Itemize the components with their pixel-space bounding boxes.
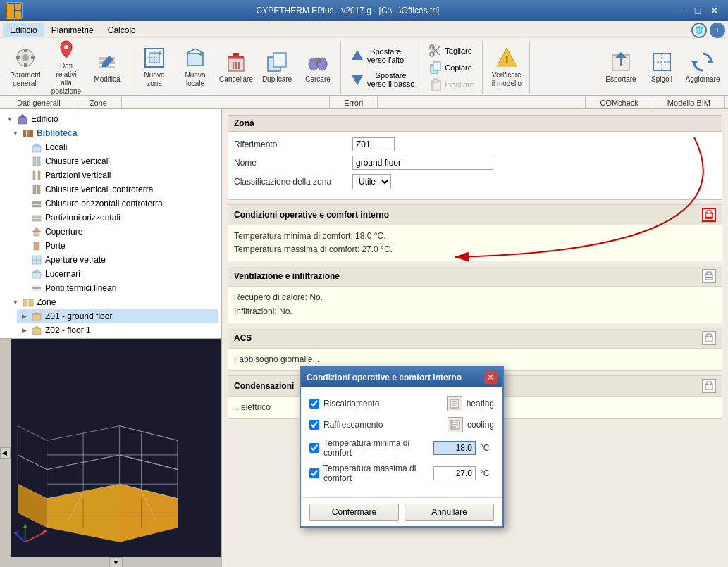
svg-rect-10 — [31, 56, 35, 59]
close-button[interactable]: ✕ — [707, 3, 722, 18]
parametri-label: Parametrigenerali — [10, 71, 40, 88]
tagliare-button[interactable]: Tagliare — [424, 43, 479, 58]
nuova-zona-button[interactable]: + Nuovazona — [135, 44, 174, 92]
minimize-button[interactable]: ─ — [673, 3, 689, 18]
dialog-close-button[interactable]: ✕ — [484, 371, 497, 384]
tree-item-ponti[interactable]: Ponti termici lineari — [17, 281, 218, 295]
copiare-button[interactable]: Copiare — [424, 60, 479, 75]
tree-item-z01[interactable]: ▶ Z01 - ground floor — [17, 309, 218, 323]
tree-item-chiusure-vert-ct[interactable]: Chiusure verticali controterra — [17, 182, 218, 197]
riscaldamento-checkbox[interactable] — [309, 399, 319, 409]
temp-min-checkbox[interactable] — [309, 443, 319, 453]
riferimento-input[interactable] — [352, 137, 395, 151]
dati-posizione-button[interactable]: Dati relativialla posizione — [47, 44, 86, 92]
condizioni-title: Condizioni operative e comfort interno — [234, 210, 389, 220]
spostare-alto-button[interactable]: Spostareverso l'alto — [345, 44, 419, 67]
tree-label-chiusure-vert: Chiusure verticali — [45, 156, 110, 166]
tree-item-chiusure-vert[interactable]: Chiusure verticali — [17, 154, 218, 168]
tree-item-biblioteca[interactable]: ▼ Biblioteca — [8, 126, 218, 140]
toolbar-section-zone: + Nuovazona + Nuovolocale — [132, 41, 341, 94]
zona-section: Zona Riferimento Nome Classificazione de… — [228, 115, 722, 200]
tree-label-chiusure-vert-ct: Chiusure verticali controterra — [45, 185, 153, 194]
expander-biblioteca[interactable]: ▼ — [11, 129, 20, 137]
tree-item-partizioni-vert[interactable]: Partizioni verticali — [17, 168, 218, 182]
svg-marker-33 — [352, 50, 363, 60]
coperture-icon — [31, 226, 42, 237]
tree-item-edificio[interactable]: ▼ Edificio — [3, 112, 218, 126]
svg-rect-62 — [33, 171, 35, 180]
temp-max-input[interactable] — [433, 466, 476, 480]
ventilazione-print-button[interactable] — [702, 269, 716, 283]
globe-icon[interactable]: 🌐 — [691, 23, 707, 38]
svg-point-73 — [38, 246, 39, 247]
parametri-button[interactable]: Parametrigenerali — [6, 44, 45, 92]
cancellare-button[interactable]: Cancellare — [216, 44, 256, 92]
duplicare-icon — [266, 51, 288, 73]
raffrescamento-label: Raffrescamento — [323, 420, 443, 430]
info-icon[interactable]: i — [710, 23, 725, 38]
modifica-button[interactable]: Modifica — [87, 44, 127, 92]
nuovo-locale-button[interactable]: + Nuovolocale — [175, 44, 215, 92]
toolbar-section-move: Spostareverso l'alto Spostareverso il ba… — [343, 41, 483, 94]
dialog-temp-max-row: Temperatura massima di comfort °C — [309, 463, 494, 483]
expander-z01[interactable]: ▶ — [20, 312, 28, 320]
spostare-alto-label: Spostareverso l'alto — [367, 47, 404, 64]
raffrescamento-profile-button[interactable] — [448, 417, 463, 432]
expander-edificio[interactable]: ▼ — [6, 115, 14, 123]
confermare-button[interactable]: Confermare — [309, 504, 399, 521]
tree-item-chiusure-oriz-ct[interactable]: Chiusure orizzontali controterra — [17, 197, 218, 211]
cercare-label: Cercare — [305, 75, 331, 84]
tree-item-locali[interactable]: Locali — [17, 140, 218, 154]
expander-z02[interactable]: ▶ — [20, 326, 28, 335]
spigoli-button[interactable]: Spigoli — [642, 44, 681, 92]
tree-item-aperture[interactable]: Aperture vetrate — [17, 253, 218, 267]
svg-rect-67 — [32, 205, 41, 207]
spostare-basso-button[interactable]: Spostareverso il basso — [345, 68, 419, 91]
zona-header: Zona — [228, 116, 722, 132]
raffrescamento-checkbox[interactable] — [309, 420, 319, 430]
svg-rect-63 — [38, 171, 40, 180]
tree-item-lucernari[interactable]: Lucernari — [17, 267, 218, 281]
porte-icon — [31, 240, 42, 251]
modifica-label: Modifica — [94, 75, 120, 84]
zona-title: Zona — [234, 118, 254, 128]
tree-label-coperture: Coperture — [45, 227, 82, 237]
cercare-button[interactable]: Cercare — [298, 44, 338, 92]
menu-planimetrie[interactable]: Planimetrie — [44, 23, 101, 37]
acs-print-button[interactable] — [702, 331, 716, 345]
duplicare-button[interactable]: Duplicare — [257, 44, 297, 92]
riscaldamento-profile-button[interactable] — [447, 396, 462, 411]
nav-bottom-button[interactable]: ▼ — [109, 557, 123, 567]
label-zone: Zone — [75, 96, 122, 109]
temp-max-checkbox[interactable] — [309, 468, 319, 478]
copiare-label: Copiare — [445, 63, 472, 72]
expander-zone[interactable]: ▼ — [11, 298, 20, 306]
maximize-button[interactable]: □ — [690, 3, 705, 18]
tree-label-zone: Zone — [37, 297, 56, 307]
classificazione-select[interactable]: Utile — [352, 174, 391, 189]
condizioni-print-button[interactable] — [702, 208, 716, 222]
condensazioni-print-button[interactable] — [702, 379, 716, 393]
tree-item-porte[interactable]: Porte — [17, 239, 218, 253]
annullare-button[interactable]: Annullare — [405, 504, 494, 521]
tree-item-coperture[interactable]: Coperture — [17, 225, 218, 239]
incollare-button[interactable]: Incollare — [424, 77, 479, 92]
svg-rect-118 — [707, 211, 711, 213]
svg-rect-40 — [433, 62, 440, 70]
nav-left-button[interactable]: ◀ — [0, 447, 11, 459]
verificare-button[interactable]: ! Verificareil modello — [487, 44, 526, 92]
nome-input[interactable] — [352, 156, 493, 170]
tree-item-zone-group[interactable]: ▼ Zone — [8, 295, 218, 309]
menu-calcolo[interactable]: Calcolo — [101, 23, 143, 37]
partizioni-vert-icon — [31, 170, 42, 181]
modifica-icon — [96, 51, 118, 73]
aggiornare-button[interactable]: Aggiornare — [683, 44, 722, 92]
tree-item-z02[interactable]: ▶ Z02 - floor 1 — [17, 323, 218, 337]
dialog-riscaldamento-row: Riscaldamento heating — [309, 396, 494, 411]
window-controls[interactable]: ─ □ ✕ — [673, 3, 722, 18]
menu-edificio[interactable]: Edificio — [3, 23, 44, 37]
temp-min-input[interactable] — [433, 441, 476, 455]
svg-marker-54 — [18, 114, 27, 118]
tree-item-partizioni-oriz[interactable]: Partizioni orizzontali — [17, 211, 218, 225]
esportare-button[interactable]: Esportare — [601, 44, 641, 92]
